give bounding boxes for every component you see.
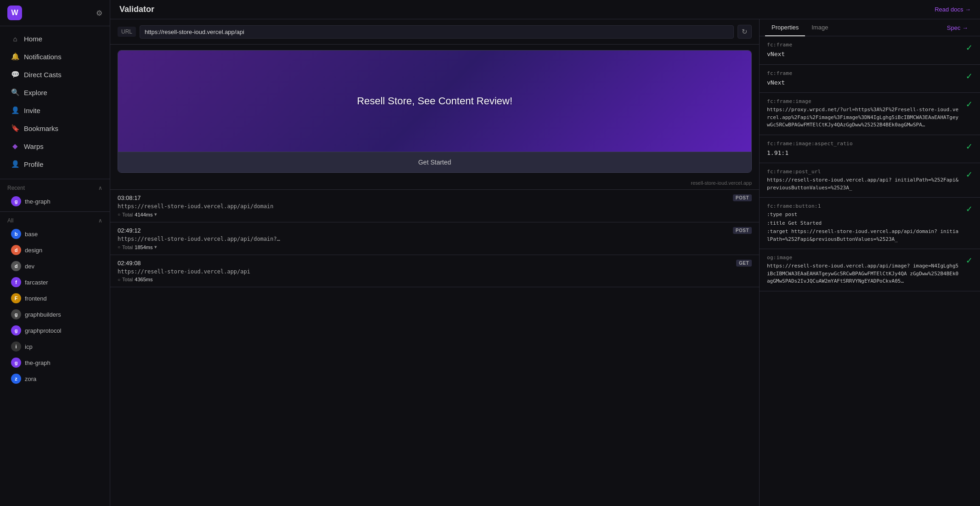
profile-label: Profile <box>24 160 44 168</box>
channel-name: dev <box>25 263 34 270</box>
tab-properties[interactable]: Properties <box>765 19 805 36</box>
sidebar-item-explore[interactable]: 🔍 Explore <box>4 84 106 101</box>
channel-item-frontend[interactable]: F frontend <box>4 290 106 306</box>
valid-check-icon: ✓ <box>966 170 973 180</box>
warps-label: Warps <box>24 142 44 150</box>
main-header: Validator Read docs → <box>110 0 980 19</box>
total-value: 4144ms <box>135 212 152 217</box>
property-key: fc:frame:image:aspect_ratio <box>767 141 960 147</box>
read-docs-link[interactable]: Read docs → <box>935 6 971 13</box>
channel-avatar: g <box>11 325 21 335</box>
content-area: URL ↻ Resell Store, See Content Review! … <box>110 19 980 506</box>
channel-item-dev[interactable]: d dev <box>4 258 106 274</box>
channel-item-base[interactable]: b base <box>4 226 106 242</box>
property-item: fc:frame:post_url https://resell-store-i… <box>760 163 980 198</box>
sidebar-item-invite[interactable]: 👤 Invite <box>4 102 106 119</box>
channel-name: base <box>25 231 38 238</box>
channel-avatar: g <box>11 309 21 319</box>
recent-collapse-icon[interactable]: ∧ <box>98 185 102 191</box>
channel-avatar: f <box>11 277 21 287</box>
property-content: fc:frame vNext <box>767 42 960 59</box>
refresh-button[interactable]: ↻ <box>738 25 752 39</box>
channel-avatar: g <box>11 196 21 206</box>
property-value: https://resell-store-ioud.vercel.app/api… <box>767 176 960 192</box>
sidebar-item-profile[interactable]: 👤 Profile <box>4 155 106 173</box>
sidebar-item-direct-casts[interactable]: 💬 Direct Casts <box>4 66 106 83</box>
url-input[interactable] <box>140 25 734 39</box>
explore-label: Explore <box>24 89 47 97</box>
url-label: URL <box>118 27 136 37</box>
frame-preview: Resell Store, See Content Review! Get St… <box>118 50 752 173</box>
channel-item-graphprotocol[interactable]: g graphprotocol <box>4 323 106 338</box>
property-value: vNext <box>767 78 960 87</box>
property-content: og:image https://resell-store-ioud.verce… <box>767 255 960 285</box>
channel-avatar: d <box>11 261 21 271</box>
nav-menu: ⌂ Home 🔔 Notifications 💬 Direct Casts 🔍 … <box>0 26 110 177</box>
sidebar-item-bookmarks[interactable]: 🔖 Bookmarks <box>4 119 106 137</box>
method-badge: POST <box>733 227 752 234</box>
channel-item-the-graph-recent[interactable]: g the-graph <box>4 193 106 209</box>
sidebar-item-home[interactable]: ⌂ Home <box>4 30 106 47</box>
all-channels-list: b base d design d dev f farcaster F fron… <box>0 226 110 387</box>
invite-label: Invite <box>24 107 40 114</box>
property-item: fc:frame:image:aspect_ratio 1.91:1 ✓ <box>760 135 980 164</box>
channel-avatar: d <box>11 245 21 255</box>
total-value: 4365ms <box>135 277 152 282</box>
settings-icon[interactable]: ⚙ <box>96 9 102 17</box>
valid-check-icon: ✓ <box>966 256 973 266</box>
tab-image[interactable]: Image <box>805 19 834 36</box>
request-item[interactable]: 03:08:17 POST https://resell-store-ioud.… <box>110 190 759 222</box>
sidebar-item-notifications[interactable]: 🔔 Notifications <box>4 48 106 65</box>
request-item[interactable]: 02:49:08 GET https://resell-store-ioud.v… <box>110 255 759 287</box>
channel-item-the-graph-all[interactable]: g the-graph <box>4 355 106 370</box>
property-value: https://proxy.wrpcd.net/?url=https%3A%2F… <box>767 106 960 129</box>
sidebar-header: W ⚙ <box>0 0 110 26</box>
property-content: fc:frame:post_url https://resell-store-i… <box>767 169 960 192</box>
channel-item-design[interactable]: d design <box>4 242 106 258</box>
properties-list: fc:frame vNext ✓ fc:frame vNext ✓ fc:fra… <box>760 36 980 291</box>
property-content: fc:frame vNext <box>767 70 960 87</box>
meta-circle-icon: ○ <box>118 244 120 250</box>
request-item[interactable]: 02:49:12 POST https://resell-store-ioud.… <box>110 222 759 255</box>
property-item: og:image https://resell-store-ioud.verce… <box>760 249 980 291</box>
channel-name: zora <box>25 375 36 382</box>
properties-panel: Properties Image Spec → fc:frame vNext ✓… <box>760 19 980 506</box>
frame-image-text: Resell Store, See Content Review! <box>348 86 522 116</box>
channel-item-graphbuilders[interactable]: g graphbuilders <box>4 307 106 322</box>
property-key: fc:frame:button:1 <box>767 203 960 209</box>
channel-item-farcaster[interactable]: f farcaster <box>4 274 106 290</box>
channel-name: design <box>25 247 42 254</box>
tab-spec[interactable]: Spec → <box>941 19 974 36</box>
property-key: fc:frame <box>767 42 960 48</box>
properties-tabs: Properties Image Spec → <box>760 19 980 36</box>
property-key: og:image <box>767 255 960 261</box>
channel-name: the-graph <box>25 359 51 366</box>
property-key: fc:frame:post_url <box>767 169 960 175</box>
request-url: https://resell-store-ioud.vercel.app/api <box>118 268 752 275</box>
property-content: fc:frame:button:1:type post:title Get St… <box>767 203 960 243</box>
property-sub-value: :type post <box>767 211 960 219</box>
request-meta: ○ Total 1854ms ▾ <box>118 244 752 250</box>
app-logo[interactable]: W <box>7 6 22 20</box>
channel-avatar: z <box>11 374 21 384</box>
expand-icon[interactable]: ▾ <box>154 244 157 250</box>
property-value: 1.91:1 <box>767 148 960 158</box>
frame-action-button[interactable]: Get Started <box>118 152 751 172</box>
sidebar-item-warps[interactable]: ◆ Warps <box>4 137 106 155</box>
valid-check-icon: ✓ <box>966 204 973 214</box>
meta-circle-icon: ○ <box>118 212 120 217</box>
bookmarks-label: Bookmarks <box>24 125 58 132</box>
request-time: 03:08:17 <box>118 194 141 201</box>
bookmarks-icon: 🔖 <box>11 124 19 132</box>
total-label: Total <box>122 212 133 217</box>
valid-check-icon: ✓ <box>966 99 973 109</box>
expand-icon[interactable]: ▾ <box>154 211 157 217</box>
channel-item-icp[interactable]: i icp <box>4 339 106 354</box>
frame-source: resell-store-ioud.vercel.app <box>110 178 759 189</box>
valid-check-icon: ✓ <box>966 43 973 53</box>
all-collapse-icon[interactable]: ∧ <box>98 217 102 224</box>
request-log: 03:08:17 POST https://resell-store-ioud.… <box>110 189 759 287</box>
property-sub-value: :title Get Started <box>767 220 960 227</box>
channel-item-zora[interactable]: z zora <box>4 371 106 387</box>
request-meta: ○ Total 4365ms <box>118 277 752 282</box>
